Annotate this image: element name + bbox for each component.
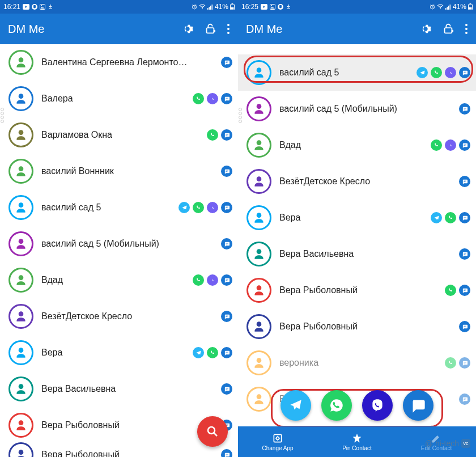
badges (416, 67, 470, 78)
wa-badge-icon (193, 274, 204, 286)
lock-add-icon[interactable] (204, 23, 216, 35)
avatar (246, 60, 271, 85)
quick-actions (273, 386, 441, 425)
viber-fab[interactable] (362, 390, 393, 421)
svg-point-32 (465, 24, 468, 26)
vb-badge-icon (445, 139, 456, 151)
sms-badge-icon (221, 166, 232, 177)
whatsapp-fab[interactable] (321, 390, 352, 421)
badges (193, 93, 232, 104)
badges (459, 176, 470, 187)
contact-name: ВезётДетское Кресло (41, 311, 213, 321)
wa-badge-icon (445, 357, 456, 369)
contact-row[interactable]: Вдад (238, 127, 476, 163)
battery-icon (230, 3, 235, 10)
sms-badge-icon (221, 449, 232, 457)
svg-rect-6 (207, 8, 209, 10)
vb-badge-icon (207, 93, 218, 104)
wa-badge-icon (431, 139, 442, 151)
avatar (8, 122, 33, 147)
phone-left: 16:21 41% DM Me Валентина Серге (0, 0, 238, 457)
wa-badge-icon (193, 93, 204, 104)
contact-name: Вера Рыболовный (41, 420, 199, 430)
tg-badge-icon (178, 202, 190, 213)
contact-name: василий сад 5 (41, 202, 171, 213)
sms-badge-icon (459, 248, 470, 260)
contact-row[interactable]: Вера Рыболовный (238, 272, 476, 308)
contact-row[interactable]: василий сад 5 (0, 189, 238, 226)
contact-row[interactable]: вероника (238, 345, 476, 381)
contact-row[interactable]: Вера Рыболовный (238, 308, 476, 345)
contact-list: Валентина Сергеевна Лермонто…ВалераВарла… (0, 44, 238, 457)
contact-row[interactable]: василий сад 5 (Мобильный) (0, 226, 238, 262)
sms-badge-icon (221, 57, 232, 68)
contact-row[interactable]: Вдад (0, 262, 238, 298)
more-icon[interactable] (465, 23, 468, 35)
badges (459, 393, 470, 405)
contact-row[interactable]: ВезётДетское Кресло (0, 298, 238, 335)
telegram-fab[interactable] (280, 390, 311, 421)
svg-rect-13 (207, 28, 214, 33)
sms-badge-icon (459, 139, 470, 151)
sms-badge-icon (459, 103, 470, 115)
contact-name: Валентина Сергеевна Лермонто… (41, 57, 213, 67)
contact-name: Вера Рыболовный (41, 450, 213, 457)
wifi-icon (199, 4, 206, 10)
contact-row[interactable]: Вера (238, 200, 476, 236)
contact-name: Вера (41, 348, 185, 358)
image-icon (40, 4, 45, 10)
gear-icon[interactable] (181, 23, 194, 35)
contact-row[interactable]: Валентина Сергеевна Лермонто… (0, 44, 238, 81)
contact-row[interactable]: Вера Васильевна (238, 236, 476, 272)
svg-rect-35 (274, 434, 281, 442)
avatar (246, 242, 271, 266)
contact-row[interactable]: василий сад 5 (238, 54, 476, 91)
sms-badge-icon (221, 202, 232, 213)
contact-name: василий сад 5 (279, 67, 409, 78)
lock-add-icon[interactable] (442, 23, 454, 35)
badges (221, 238, 232, 249)
svg-rect-8 (210, 6, 211, 10)
gear-icon[interactable] (419, 23, 432, 35)
sms-fab[interactable] (403, 390, 434, 421)
side-dots (1, 108, 4, 123)
contact-row[interactable]: Вера (0, 335, 238, 371)
app-bar: DM Me (238, 14, 476, 44)
contact-row[interactable]: Варламова Окна (0, 117, 238, 153)
contact-row[interactable]: Валера (0, 81, 238, 117)
avatar (8, 268, 33, 293)
bottom-pin-contact[interactable]: Pin Contact (317, 426, 397, 457)
svg-rect-24 (445, 8, 447, 10)
contact-name: Валера (41, 94, 185, 104)
contact-row[interactable]: василий сад 5 (Мобильный) (238, 91, 476, 127)
avatar (8, 195, 33, 220)
contact-row[interactable]: ВезётДетское Кресло (238, 163, 476, 200)
avatar (8, 231, 33, 256)
sms-badge-icon (221, 311, 232, 322)
svg-rect-7 (209, 7, 210, 10)
contact-row[interactable]: василий Воннник (0, 153, 238, 189)
vb-badge-icon (207, 202, 218, 213)
avatar (8, 86, 33, 111)
bottom-change-app[interactable]: Change App (238, 426, 317, 457)
avatar (246, 205, 271, 230)
search-fab[interactable] (197, 416, 228, 447)
more-icon[interactable] (227, 23, 230, 35)
sms-badge-icon (459, 212, 470, 223)
status-time: 16:21 (3, 3, 20, 11)
app-bar: DM Me (0, 14, 238, 44)
badges (221, 311, 232, 322)
badges (193, 347, 232, 358)
avatar (8, 50, 33, 75)
status-bar: 16:25 41% (238, 0, 476, 14)
wa-badge-icon (445, 212, 456, 223)
sms-badge-icon (459, 321, 470, 332)
svg-rect-26 (448, 6, 449, 10)
contact-row[interactable]: Вера Рыболовный (0, 443, 238, 457)
alarm-icon (192, 4, 197, 10)
contact-name: василий сад 5 (Мобильный) (41, 239, 213, 249)
contact-row[interactable]: Вера Васильевна (0, 371, 238, 407)
app-title: DM Me (8, 23, 176, 36)
svg-rect-19 (270, 5, 275, 10)
wifi-icon (437, 4, 444, 10)
